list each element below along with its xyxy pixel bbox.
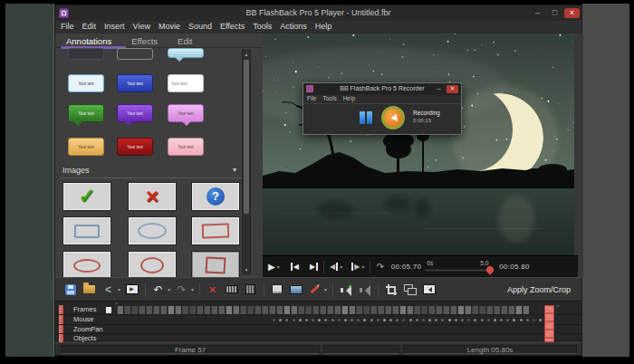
recorder-dialog[interactable]: BB FlashBack Pro 5 Recorder – × File Too…	[303, 82, 462, 135]
frame-thumb[interactable]	[436, 306, 442, 314]
frame-thumb[interactable]	[182, 306, 188, 314]
frame-thumb[interactable]	[211, 306, 217, 314]
frame-thumb[interactable]	[508, 306, 514, 314]
loop-playback-icon[interactable]: ↷	[376, 262, 383, 272]
frame-thumb[interactable]	[312, 306, 319, 314]
tab-edit[interactable]: Edit	[178, 34, 192, 47]
frame-thumb[interactable]	[197, 306, 203, 314]
close-button[interactable]: ×	[564, 8, 580, 18]
mouse-track[interactable]	[273, 319, 555, 322]
frame-thumb[interactable]	[472, 306, 478, 314]
frame-thumb[interactable]	[501, 306, 507, 314]
recorder-menu-file[interactable]: File	[307, 95, 316, 103]
frame-thumb[interactable]	[443, 306, 449, 314]
recorder-menu-help[interactable]: Help	[343, 95, 355, 103]
share-caret-icon[interactable]: ▾	[118, 286, 120, 292]
frame-thumb[interactable]	[407, 306, 413, 314]
frame-thumb[interactable]	[356, 306, 362, 314]
menu-help[interactable]: Help	[315, 22, 332, 34]
balloon-template[interactable]: Your text	[68, 104, 104, 122]
menu-actions[interactable]: Actions	[280, 22, 307, 34]
tab-effects[interactable]: Effects	[131, 34, 158, 47]
frame-thumb[interactable]	[515, 306, 522, 314]
image-tile-blue-rect[interactable]	[62, 216, 111, 245]
frame-thumb[interactable]	[465, 306, 471, 314]
record-button[interactable]	[381, 106, 405, 129]
balloon-template[interactable]	[168, 48, 204, 58]
save-icon[interactable]	[62, 282, 78, 297]
scrollbar-thumb[interactable]	[244, 60, 249, 214]
frame-thumb[interactable]	[233, 306, 239, 314]
panel-scrollbar[interactable]: ▲ ▼	[242, 50, 251, 274]
redo-caret-icon[interactable]: ▾	[191, 286, 194, 292]
minimize-button[interactable]: –	[530, 8, 545, 18]
scroll-down-icon[interactable]: ▼	[243, 267, 250, 273]
pause-icon[interactable]	[367, 111, 372, 124]
balloon-template[interactable]	[117, 48, 153, 60]
frame-thumb[interactable]	[298, 306, 304, 314]
balloon-template[interactable]: Your text	[168, 104, 204, 122]
highlighter-pen-icon[interactable]	[307, 282, 322, 297]
track-label-zoompan[interactable]: ZoomPan	[73, 325, 103, 333]
open-folder-icon[interactable]	[82, 282, 97, 297]
frame-thumb[interactable]	[189, 306, 196, 314]
seek-handle[interactable]	[485, 264, 495, 274]
balloon-template[interactable]: Your text	[117, 74, 153, 92]
skip-end-button[interactable]: ▶	[310, 263, 318, 271]
frame-thumb[interactable]	[146, 306, 152, 314]
step-back-caret[interactable]: ▾	[340, 263, 342, 270]
frame-thumb[interactable]	[175, 306, 181, 314]
menu-file[interactable]: File	[61, 22, 74, 34]
frame-thumb[interactable]	[450, 306, 456, 314]
cascade-windows-icon[interactable]	[402, 282, 418, 297]
balloon-template[interactable]: Your text	[68, 138, 104, 156]
frame-thumb[interactable]	[378, 306, 384, 314]
frame-thumb[interactable]	[486, 306, 493, 314]
frame-thumb[interactable]	[421, 306, 427, 314]
frame-thumb[interactable]	[341, 306, 348, 314]
menu-edit[interactable]: Edit	[82, 22, 97, 34]
image-tile-red-rect[interactable]	[191, 216, 240, 245]
recorder-title-bar[interactable]: BB FlashBack Pro 5 Recorder – ×	[303, 83, 461, 95]
frame-thumb[interactable]	[247, 306, 254, 314]
frame-thumb[interactable]	[139, 306, 145, 314]
step-back-button[interactable]: ◀	[330, 263, 338, 271]
recorder-menu-tools[interactable]: Tools	[322, 95, 336, 103]
recorder-close-button[interactable]: ×	[447, 85, 458, 93]
frame-thumb[interactable]	[523, 306, 529, 314]
insert-frames-icon[interactable]	[243, 282, 258, 297]
seek-track[interactable]	[425, 269, 490, 272]
frame-thumb[interactable]	[204, 306, 210, 314]
pause-icon[interactable]	[360, 111, 365, 124]
menu-movie[interactable]: Movie	[158, 22, 180, 34]
menu-effects[interactable]: Effects	[220, 22, 245, 34]
maximize-button[interactable]: □	[547, 8, 562, 18]
balloon-template[interactable]: Your text	[117, 104, 153, 122]
image-tile-question[interactable]: ?	[191, 182, 240, 211]
share-icon[interactable]: <	[101, 282, 116, 297]
frame-thumb[interactable]	[479, 306, 485, 314]
frame-thumb[interactable]	[327, 306, 333, 314]
frame-thumb[interactable]	[428, 306, 435, 314]
sound-volume-icon[interactable]	[421, 282, 437, 297]
frame-thumb[interactable]	[392, 306, 399, 314]
delete-frames-icon[interactable]: ×	[205, 282, 220, 297]
film-frames-icon[interactable]	[224, 282, 239, 297]
seek-slider[interactable]: 0s 5.0	[425, 260, 495, 274]
frames-track[interactable]	[117, 306, 557, 314]
menu-insert[interactable]: Insert	[104, 22, 125, 34]
frame-thumb[interactable]	[240, 306, 246, 314]
image-tile-red-square[interactable]	[191, 251, 240, 277]
frame-thumb[interactable]	[494, 306, 500, 314]
export-movie-icon[interactable]: ▶	[124, 282, 139, 297]
play-button[interactable]: ▶	[268, 262, 275, 272]
crop-icon[interactable]	[383, 282, 399, 297]
tab-annotations[interactable]: Annotations	[66, 34, 111, 47]
frame-thumb[interactable]	[414, 306, 420, 314]
frame-thumb[interactable]	[269, 306, 275, 314]
skip-start-button[interactable]: ◀	[291, 263, 299, 271]
insert-image-icon[interactable]	[288, 282, 303, 297]
undo-icon[interactable]: ↶	[150, 282, 166, 297]
frame-thumb[interactable]	[385, 306, 391, 314]
images-section-header[interactable]: Images	[62, 166, 90, 175]
